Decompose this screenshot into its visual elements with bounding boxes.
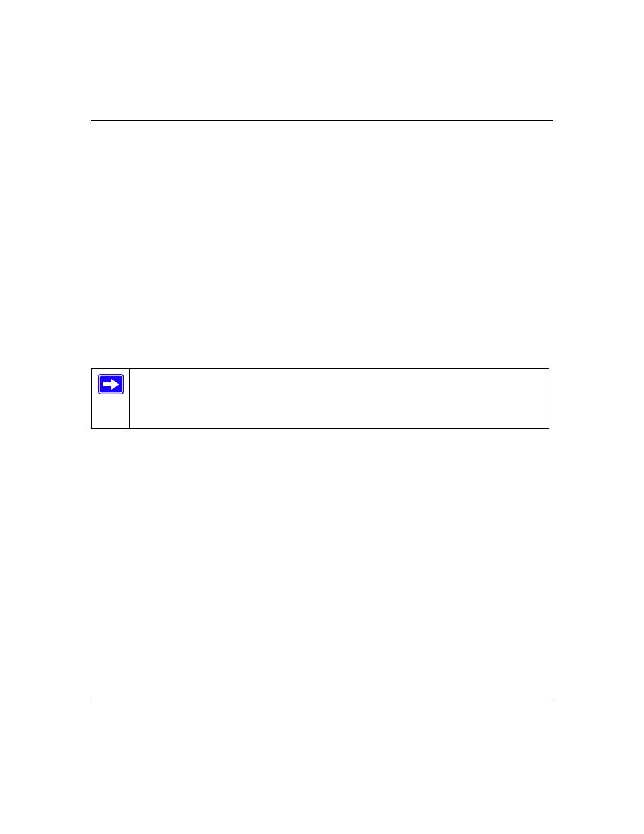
arrow-right-icon xyxy=(98,374,124,394)
header-rule xyxy=(91,120,553,121)
document-page xyxy=(0,0,644,834)
note-icon-cell xyxy=(92,369,130,428)
note-callout xyxy=(91,368,549,429)
footer-rule xyxy=(91,702,553,702)
note-text xyxy=(130,369,549,428)
